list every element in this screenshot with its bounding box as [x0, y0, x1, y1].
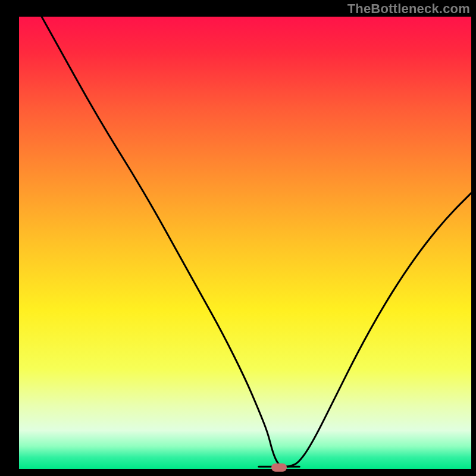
- chart-svg: [0, 0, 476, 476]
- bottleneck-chart: TheBottleneck.com: [0, 0, 476, 476]
- optimal-marker: [271, 464, 287, 472]
- gradient-background: [19, 17, 471, 469]
- watermark-text: TheBottleneck.com: [347, 1, 470, 17]
